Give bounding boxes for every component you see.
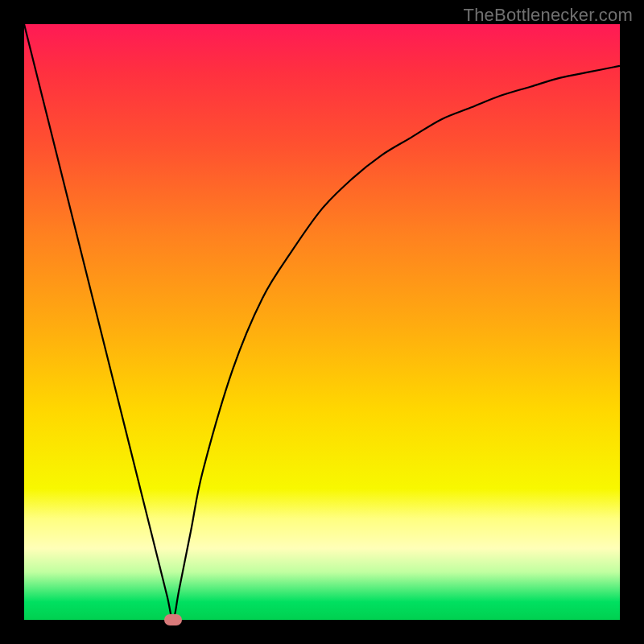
- optimum-marker: [164, 614, 182, 625]
- chart-frame: TheBottlenecker.com: [0, 0, 644, 644]
- watermark-text: TheBottlenecker.com: [464, 5, 633, 26]
- curve-svg: [24, 24, 620, 620]
- plot-area: [24, 24, 620, 620]
- bottleneck-curve: [24, 24, 620, 620]
